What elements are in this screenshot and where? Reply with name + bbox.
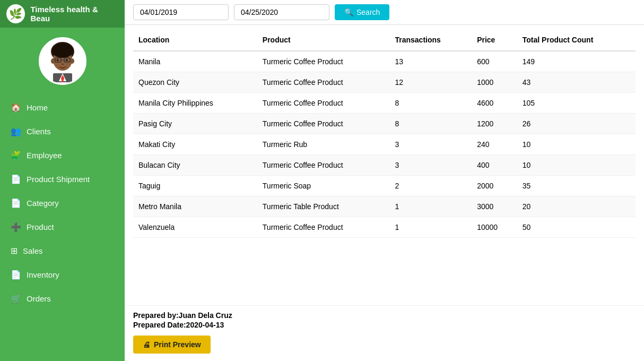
cell-product: Turmeric Rub <box>257 134 390 155</box>
col-location: Location <box>133 29 257 51</box>
prepared-date-value: 2020-04-13 <box>186 321 224 329</box>
cell-total-product-count: 10 <box>517 155 636 176</box>
prepared-by-value: Juan Dela Cruz <box>179 311 232 320</box>
prepared-date-label: Prepared Date: <box>133 321 186 329</box>
sidebar: 🌿 Timeless health & Beau <box>0 0 125 361</box>
cell-product: Turmeric Coffee Product <box>257 72 390 93</box>
prepared-by-label: Prepared by: <box>133 311 179 320</box>
table-row: Manila Turmeric Coffee Product 13 600 14… <box>133 51 636 72</box>
svg-point-3 <box>51 58 55 64</box>
cell-total-product-count: 20 <box>517 196 636 217</box>
svg-point-10 <box>58 59 58 59</box>
prepared-date-line: Prepared Date:2020-04-13 <box>133 321 636 329</box>
avatar-container <box>0 28 125 90</box>
table-head: Location Product Transactions Price Tota… <box>133 29 636 51</box>
svg-point-12 <box>62 64 64 65</box>
table-row: Manila City Philippines Turmeric Coffee … <box>133 93 636 114</box>
date-to-input[interactable] <box>234 4 329 20</box>
sidebar-nav: 🏠Home👥Clients🧩Employee📄Product Shipment📄… <box>0 96 125 311</box>
sidebar-item-clients[interactable]: 👥Clients <box>0 119 125 143</box>
sidebar-label-orders: Orders <box>27 294 51 303</box>
sidebar-item-home[interactable]: 🏠Home <box>0 96 125 119</box>
category-icon: 📄 <box>11 198 21 208</box>
sales-icon: ⊞ <box>11 246 18 256</box>
sidebar-item-category[interactable]: 📄Category <box>0 191 125 215</box>
cell-transactions: 1 <box>389 196 472 217</box>
cell-total-product-count: 26 <box>517 114 636 134</box>
avatar-svg <box>41 40 84 82</box>
cell-total-product-count: 105 <box>517 93 636 114</box>
svg-point-4 <box>70 58 74 64</box>
clients-icon: 👥 <box>11 126 21 136</box>
inventory-icon: 📄 <box>11 270 21 280</box>
cell-price: 4600 <box>472 93 517 114</box>
product-icon: ➕ <box>11 222 21 232</box>
logo-icon: 🌿 <box>9 7 22 20</box>
sidebar-item-orders[interactable]: 🛒Orders <box>0 287 125 311</box>
employee-icon: 🧩 <box>11 150 21 160</box>
svg-point-2 <box>52 43 73 58</box>
orders-icon: 🛒 <box>11 294 21 304</box>
table-row: Quezon City Turmeric Coffee Product 12 1… <box>133 72 636 93</box>
cell-location: Makati City <box>133 134 257 155</box>
print-preview-label: Print Preview <box>154 340 201 349</box>
sidebar-label-inventory: Inventory <box>27 270 59 279</box>
table-row: Metro Manila Turmeric Table Product 1 30… <box>133 196 636 217</box>
cell-price: 1200 <box>472 114 517 134</box>
cell-transactions: 3 <box>389 134 472 155</box>
cell-price: 600 <box>472 51 517 72</box>
footer: Prepared by:Juan Dela Cruz Prepared Date… <box>125 305 644 361</box>
table-row: Bulacan City Turmeric Coffee Product 3 4… <box>133 155 636 176</box>
top-bar: 🔍 Search <box>125 0 644 25</box>
avatar <box>39 37 86 85</box>
table-area: Location Product Transactions Price Tota… <box>125 25 644 305</box>
date-from-input[interactable] <box>133 4 229 20</box>
search-button-label: Search <box>356 8 380 16</box>
sidebar-item-inventory[interactable]: 📄Inventory <box>0 263 125 287</box>
cell-location: Metro Manila <box>133 196 257 217</box>
sidebar-item-product[interactable]: ➕Product <box>0 215 125 239</box>
search-icon: 🔍 <box>344 8 353 16</box>
cell-total-product-count: 10 <box>517 134 636 155</box>
svg-point-11 <box>67 59 67 59</box>
cell-price: 10000 <box>472 217 517 238</box>
home-icon: 🏠 <box>11 102 21 113</box>
cell-product: Turmeric Coffee Product <box>257 51 390 72</box>
cell-total-product-count: 43 <box>517 72 636 93</box>
app-logo: 🌿 <box>6 4 25 23</box>
table-row: Makati City Turmeric Rub 3 240 10 <box>133 134 636 155</box>
cell-transactions: 12 <box>389 72 472 93</box>
search-button[interactable]: 🔍 Search <box>335 4 389 20</box>
cell-location: Manila <box>133 51 257 72</box>
cell-product: Turmeric Coffee Product <box>257 155 390 176</box>
table-row: Pasig City Turmeric Coffee Product 8 120… <box>133 114 636 134</box>
cell-total-product-count: 50 <box>517 217 636 238</box>
cell-product: Turmeric Coffee Product <box>257 217 390 238</box>
cell-transactions: 8 <box>389 114 472 134</box>
cell-product: Turmeric Coffee Product <box>257 93 390 114</box>
sidebar-label-sales: Sales <box>23 246 43 255</box>
main-content: 🔍 Search Location Product Transactions P… <box>125 0 644 361</box>
sidebar-item-employee[interactable]: 🧩Employee <box>0 143 125 167</box>
table-row: Taguig Turmeric Soap 2 2000 35 <box>133 176 636 196</box>
cell-location: Manila City Philippines <box>133 93 257 114</box>
app-title: Timeless health & Beau <box>30 5 118 23</box>
cell-transactions: 3 <box>389 155 472 176</box>
sidebar-label-product: Product <box>27 222 54 231</box>
cell-location: Quezon City <box>133 72 257 93</box>
print-preview-button[interactable]: 🖨 Print Preview <box>133 336 211 354</box>
sidebar-item-sales[interactable]: ⊞Sales <box>0 239 125 263</box>
sidebar-label-category: Category <box>27 199 59 208</box>
cell-price: 400 <box>472 155 517 176</box>
cell-price: 2000 <box>472 176 517 196</box>
sidebar-item-product-shipment[interactable]: 📄Product Shipment <box>0 167 125 191</box>
col-total-product-count: Total Product Count <box>517 29 636 51</box>
cell-transactions: 8 <box>389 93 472 114</box>
cell-price: 240 <box>472 134 517 155</box>
cell-location: Valenzuela <box>133 217 257 238</box>
cell-price: 3000 <box>472 196 517 217</box>
sidebar-header: 🌿 Timeless health & Beau <box>0 0 125 28</box>
sidebar-label-clients: Clients <box>27 127 51 136</box>
cell-location: Bulacan City <box>133 155 257 176</box>
table-header-row: Location Product Transactions Price Tota… <box>133 29 636 51</box>
